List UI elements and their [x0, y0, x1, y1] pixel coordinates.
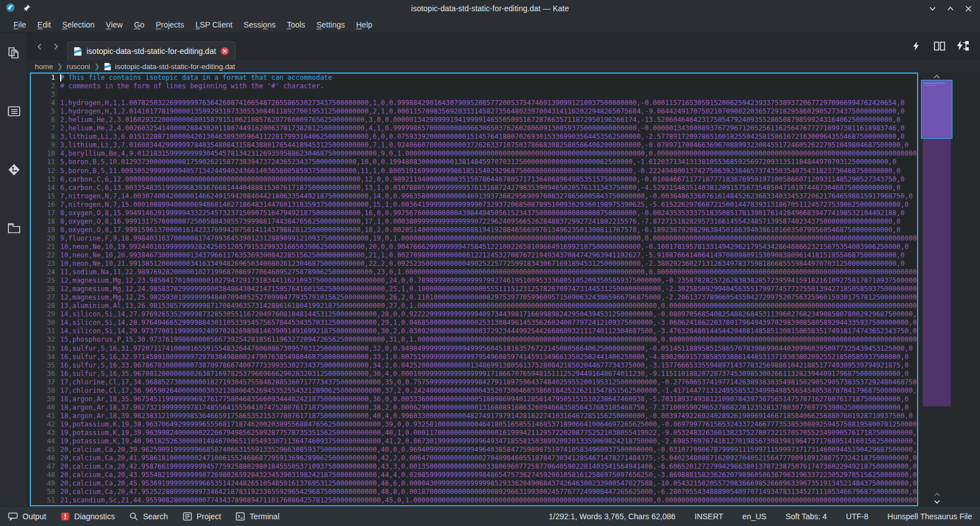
line-number: 3 [31, 90, 58, 99]
scroll-step-down-icon[interactable] [929, 498, 944, 505]
folder-icon[interactable] [6, 220, 22, 236]
editor-line: 13,aluminium,Al,13,26.981538579999998717… [60, 302, 918, 310]
menu-item-go[interactable]: Go [128, 19, 150, 31]
line-number: 14 [31, 184, 58, 192]
menu-item-projects[interactable]: Projects [150, 19, 190, 31]
breadcrumb-home[interactable]: home [35, 62, 53, 71]
line-number: 8 [31, 133, 58, 141]
cursor-position-stats[interactable]: 1/292:1, Words 3,765, Chars 62,086 [549, 512, 675, 521]
line-number: 48 [31, 471, 58, 479]
quick-open-icon[interactable] [909, 39, 923, 53]
git-icon[interactable] [6, 162, 22, 178]
history-forward-icon[interactable] [49, 40, 62, 53]
menu-item-selection[interactable]: Selection [57, 19, 101, 31]
editor-line: 7,nitrogen,N,7,14.0030740042000001466249… [60, 192, 918, 201]
line-number: 6 [31, 116, 58, 124]
menu-item-edit[interactable]: Edit [32, 19, 57, 31]
editor-line: 5,boron,B,5,10.0129373000000008175902621… [60, 158, 918, 166]
file-type[interactable]: Hunspell Thesaurus File [887, 512, 972, 521]
line-number: 22 [31, 251, 58, 260]
panel-project[interactable]: Project [183, 512, 221, 521]
tab-label: isotopic-data-std-static-for-editing.dat [87, 47, 216, 56]
editor-line: 10,neon,Ne,10,19.99244018199999992824250… [60, 243, 918, 251]
editor-line: 19,potassium,K,19,40.9618252630000014846… [60, 437, 918, 446]
maximize-button[interactable] [944, 2, 956, 15]
file-type-icon [104, 62, 111, 71]
editor-line: 14,silicon,Si,14,28.97649466529999884301… [60, 319, 918, 327]
line-number: 33 [31, 344, 58, 353]
history-back-icon[interactable] [34, 40, 46, 53]
editor-line: 16,sulfur,S,16,31.9720711741000016559155… [60, 344, 918, 353]
input-mode[interactable]: INSERT [695, 512, 723, 521]
line-number: 29 [31, 310, 58, 319]
line-number: 28 [31, 302, 58, 310]
kate-window: isotopic-data-std-static-for-editing.dat… [0, 0, 980, 526]
panel-diagnostics[interactable]: Diagnostics [61, 512, 115, 521]
line-number: 32 [31, 335, 58, 344]
documents-icon[interactable] [6, 45, 22, 61]
minimap-comment-line [924, 83, 945, 84]
editor-line: 9,fluorine,F,9,18.9984031637000008174709… [60, 234, 918, 243]
editor-line: 16,sulfur,S,16,35.9670812000000002638716… [60, 370, 918, 378]
breadcrumb-rusconi[interactable]: rusconi [67, 62, 90, 71]
line-number: 13 [31, 175, 58, 184]
panel-terminal[interactable]: Terminal [235, 512, 279, 521]
line-number: 24 [31, 268, 58, 276]
editor-text-area[interactable]: # This file contains isotopic data in a … [59, 74, 918, 505]
editor-line: 20,calcium,Ca,20,45.95369199999999966535… [60, 479, 918, 488]
editor-line: 10,neon,Ne,10,20.99384673000000013437966… [60, 251, 918, 260]
menu-item-tools[interactable]: Tools [281, 19, 311, 31]
external-tools-menu-icon[interactable] [956, 39, 970, 53]
editor-line: # This file contains isotopic data in a … [60, 74, 918, 82]
tab-isotopic-data-file[interactable]: isotopic-data-std-static-for-editing.dat [67, 42, 235, 60]
minimize-button[interactable] [926, 2, 938, 15]
encoding[interactable]: UTF-8 [846, 512, 869, 521]
line-number: 38 [31, 387, 58, 395]
left-sidebar [0, 33, 28, 506]
editor-line: 8,oxygen,O,8,17.999159613700001614233769… [60, 226, 918, 234]
tab-close-icon[interactable] [220, 47, 229, 56]
menu-item-help[interactable]: Help [351, 19, 378, 31]
line-number: 19 [31, 226, 58, 234]
editor-line: 11,sodium,Na,11,22.989769282000001027199… [60, 268, 918, 276]
menu-item-lsp-client[interactable]: LSP Client [190, 19, 238, 31]
line-number: 12 [31, 167, 58, 175]
breadcrumb-file[interactable]: isotopic-data-std-static-for-editing.dat [115, 62, 235, 71]
editor-view[interactable]: 1234567891011121314151617181920212223242… [30, 72, 918, 506]
menu-item-view[interactable]: View [100, 19, 128, 31]
line-number: 23 [31, 260, 58, 268]
dictionary[interactable]: en_US [742, 512, 766, 521]
close-button[interactable] [962, 2, 974, 15]
panel-project-label: Project [197, 512, 221, 521]
editor-line: 14,silicon,Si,14,27.97692653529999873285… [60, 310, 918, 319]
line-number: 5 [31, 107, 58, 116]
line-number: 27 [31, 293, 58, 302]
line-number: 9 [31, 141, 58, 149]
editor-line [60, 90, 918, 99]
symbols-list-icon[interactable] [6, 103, 22, 119]
scroll-step-up-icon[interactable] [929, 491, 944, 498]
panel-output[interactable]: Output [8, 512, 46, 521]
line-number: 36 [31, 370, 58, 378]
line-number: 49 [31, 479, 58, 488]
line-number: 40 [31, 403, 58, 412]
line-number: 21 [31, 243, 58, 251]
menu-item-sessions[interactable]: Sessions [238, 19, 282, 31]
panel-search[interactable]: Search [129, 512, 167, 521]
tab-mode[interactable]: Soft Tabs: 4 [786, 512, 827, 521]
menu-item-file[interactable]: File [8, 19, 32, 31]
file-type-icon [74, 47, 82, 56]
minimap-visible-region[interactable] [921, 80, 952, 139]
editor-line: 1,hydrogen,H,1,1.00782503226999999763642… [60, 99, 918, 107]
line-number: 30 [31, 319, 58, 327]
line-number: 45 [31, 446, 58, 454]
line-number: 20 [31, 234, 58, 243]
split-view-icon[interactable] [933, 39, 946, 53]
menu-item-settings[interactable]: Settings [311, 19, 351, 31]
line-number: 46 [31, 454, 58, 462]
titlebar[interactable]: isotopic-data-std-static-for-editing.dat… [0, 0, 980, 17]
editor-line: 18,argon,Ar,18,37.9627321999999978174855… [60, 403, 918, 412]
editor-line: # comments in the form of lines beginnin… [60, 82, 918, 90]
tab-row: isotopic-data-std-static-for-editing.dat [28, 33, 980, 60]
scroll-up-icon[interactable] [929, 73, 944, 80]
